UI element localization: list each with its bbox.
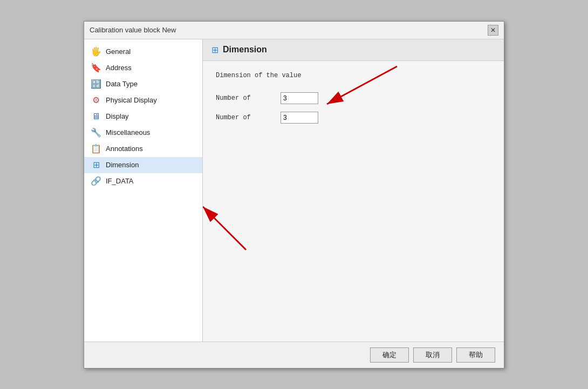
field-label-2: Number of [216,114,281,121]
close-icon: ✕ [490,26,496,34]
cancel-button[interactable]: 取消 [413,347,452,363]
sidebar-item-physicaldisplay[interactable]: ⚙ Physical Display [84,92,202,108]
display-icon: 🖥 [91,111,101,122]
annotations-icon: 📋 [91,144,101,154]
main-panel: ⊞ Dimension Dimension of the value Numbe… [203,39,504,342]
help-button[interactable]: 帮助 [456,347,495,363]
ok-button[interactable]: 确定 [370,347,409,363]
dimension-icon: ⊞ [91,160,101,170]
misc-icon: 🔧 [91,127,101,138]
dialog-title: Calibration value block New [90,26,176,34]
field-input-2[interactable] [281,112,318,124]
form-row-2: Number of [216,112,491,124]
field-label-1: Number of [216,94,281,102]
general-icon: 🖐 [91,46,101,57]
sidebar-item-address[interactable]: 🔖 Address [84,60,202,76]
panel-content: Dimension of the value Number of Number … [203,61,504,342]
panel-description: Dimension of the value [216,72,491,79]
sidebar-item-label: Data Type [106,80,138,88]
sidebar: 🖐 General 🔖 Address 🔡 Data Type ⚙ Physic… [84,39,203,342]
dialog-footer: 确定 取消 帮助 [84,342,504,368]
sidebar-item-annotations[interactable]: 📋 Annotations [84,141,202,157]
close-button[interactable]: ✕ [488,25,498,36]
sidebar-item-label: Address [106,64,132,72]
sidebar-item-label: Miscellaneous [106,128,150,137]
address-icon: 🔖 [91,63,101,73]
sidebar-item-label: Annotations [106,145,143,153]
sidebar-item-general[interactable]: 🖐 General [84,44,202,60]
dialog-body: 🖐 General 🔖 Address 🔡 Data Type ⚙ Physic… [84,39,504,342]
panel-title: Dimension [223,45,267,54]
form-row-1: Number of [216,92,491,104]
sidebar-item-display[interactable]: 🖥 Display [84,108,202,125]
panel-header-icon: ⊞ [211,45,218,55]
sidebar-item-datatype[interactable]: 🔡 Data Type [84,76,202,92]
ifdata-icon: 🔗 [91,176,101,187]
sidebar-item-ifdata[interactable]: 🔗 IF_DATA [84,173,202,189]
titlebar: Calibration value block New ✕ [84,22,504,39]
sidebar-item-dimension[interactable]: ⊞ Dimension [84,157,202,173]
main-panel-wrapper: ⊞ Dimension Dimension of the value Numbe… [203,39,504,342]
sidebar-item-label: General [106,47,131,56]
sidebar-item-label: Display [106,112,129,120]
sidebar-item-miscellaneous[interactable]: 🔧 Miscellaneous [84,125,202,141]
sidebar-item-label: Physical Display [106,96,157,104]
panel-header: ⊞ Dimension [203,39,504,61]
field-input-1[interactable] [281,92,318,104]
sidebar-item-label: IF_DATA [106,177,134,185]
sidebar-item-label: Dimension [106,161,139,169]
main-dialog: Calibration value block New ✕ 🖐 General … [84,21,504,368]
datatype-icon: 🔡 [91,79,101,90]
physicaldisplay-icon: ⚙ [91,95,101,106]
